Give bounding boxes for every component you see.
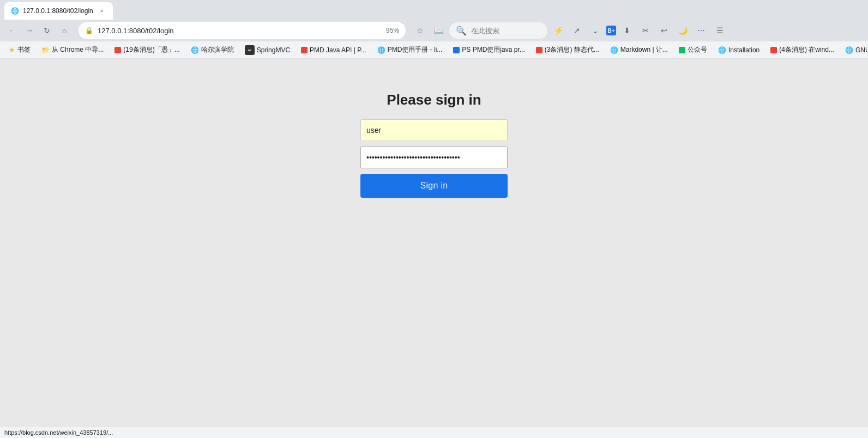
bookmark-label: 书签 — [17, 45, 31, 54]
url-text: 127.0.0.1:8080/t02/login — [98, 27, 382, 35]
bookmark-pmd2[interactable]: 🌐 PMD使用手册 - li... — [373, 44, 447, 56]
bookmark-label: GNU W... — [855, 46, 868, 54]
reading-mode-btn[interactable]: 📖 — [431, 23, 446, 38]
bookmark-csdn2[interactable]: (3条消息) 静态代... — [532, 44, 604, 56]
status-url: https://blog.csdn.net/weixin_43857319/..… — [4, 429, 113, 436]
bookmark-label: 哈尔滨学院 — [201, 45, 234, 54]
springmvc-icon: ∞ — [245, 45, 255, 55]
fav-icon — [770, 47, 777, 53]
browser-toolbar: ← → ↻ ⌂ 🔒 127.0.0.1:8080/t02/login 95% ☆… — [0, 20, 868, 41]
share-btn[interactable]: ↗ — [569, 23, 584, 38]
fav-icon — [114, 47, 121, 53]
fav-icon — [453, 47, 460, 53]
globe-icon: 🌐 — [191, 46, 199, 54]
password-input[interactable] — [360, 147, 508, 168]
star-icon: ★ — [9, 46, 15, 54]
tabs-bar: 🌐 127.0.0.1:8080/t02/login × — [0, 0, 868, 20]
bookmark-springmvc[interactable]: ∞ SpringMVC — [240, 44, 294, 56]
signin-button[interactable]: Sign in — [360, 174, 508, 198]
bookmark-pmd1[interactable]: PMD Java API | P... — [297, 45, 371, 55]
page-title: Please sign in — [387, 92, 481, 108]
bookmark-chrome[interactable]: 📁 从 Chrome 中导... — [37, 44, 108, 56]
globe-icon: 🌐 — [845, 46, 853, 54]
lock-icon: 🔒 — [85, 27, 93, 34]
more-btn[interactable]: ⋯ — [694, 23, 709, 38]
reload-button[interactable]: ↻ — [39, 23, 55, 38]
zoom-level: 95% — [386, 27, 399, 34]
bookmark-label: 公众号 — [688, 45, 707, 54]
menu-btn[interactable]: ☰ — [712, 23, 727, 38]
tab-favicon: 🌐 — [11, 7, 19, 15]
bookmark-star[interactable]: ★ 书签 — [4, 44, 35, 56]
back-button[interactable]: ← — [4, 23, 20, 38]
dropdown-btn[interactable]: ⌄ — [588, 23, 603, 38]
bookmark-label: SpringMVC — [257, 46, 290, 54]
status-bar: https://blog.csdn.net/weixin_43857319/..… — [0, 427, 868, 438]
lightning-btn[interactable]: ⚡ — [551, 23, 566, 38]
tab-title: 127.0.0.1:8080/t02/login — [23, 7, 93, 15]
page-content: Please sign in Sign in — [0, 59, 868, 438]
active-tab[interactable]: 🌐 127.0.0.1:8080/t02/login × — [4, 2, 113, 20]
undo-btn[interactable]: ↩ — [656, 23, 672, 38]
scissors-btn[interactable]: ✂ — [638, 23, 653, 38]
globe-icon: 🌐 — [610, 46, 618, 54]
bookmark-label: PS PMD使用java pr... — [462, 45, 525, 54]
search-input[interactable] — [471, 27, 537, 35]
toolbar-right: ☆ 📖 🔍 ⚡ ↗ ⌄ B+ ⬇ ✂ ↩ 🌙 ⋯ ☰ — [412, 22, 727, 39]
ext-icon-bing[interactable]: B+ — [606, 26, 616, 35]
bookmark-gzh[interactable]: 公众号 — [674, 44, 712, 56]
address-bar[interactable]: 🔒 127.0.0.1:8080/t02/login 95% — [79, 22, 406, 39]
bookmark-installation[interactable]: 🌐 Installation — [714, 45, 764, 55]
browser-chrome: 🌐 127.0.0.1:8080/t02/login × ← → ↻ ⌂ 🔒 1… — [0, 0, 868, 59]
bookmark-gnu[interactable]: 🌐 GNU W... — [841, 45, 868, 55]
bookmark-label: (19条消息)「愚」... — [123, 45, 179, 54]
bookmark-csdn3[interactable]: (4条消息) 在wind... — [766, 44, 839, 56]
login-form: Please sign in Sign in — [360, 92, 508, 198]
bookmark-label: (4条消息) 在wind... — [779, 45, 834, 54]
search-icon: 🔍 — [456, 26, 467, 36]
bookmark-label: Markdown | 让... — [620, 45, 668, 54]
bookmark-markdown[interactable]: 🌐 Markdown | 让... — [606, 44, 672, 56]
folder-icon: 📁 — [41, 46, 50, 54]
bookmark-label: (3条消息) 静态代... — [545, 45, 599, 54]
bookmarks-bar: ★ 书签 📁 从 Chrome 中导... (19条消息)「愚」... 🌐 哈尔… — [0, 41, 868, 59]
fav-icon — [301, 47, 308, 53]
bookmark-pmd3[interactable]: PS PMD使用java pr... — [449, 44, 529, 56]
bookmark-harbin[interactable]: 🌐 哈尔滨学院 — [186, 44, 238, 56]
bookmark-star-btn[interactable]: ☆ — [412, 23, 427, 38]
globe-icon: 🌐 — [718, 46, 726, 54]
fav-icon — [536, 47, 542, 53]
bookmark-label: PMD Java API | P... — [310, 46, 366, 54]
bookmark-csdn[interactable]: (19条消息)「愚」... — [110, 44, 184, 56]
bookmark-label: Installation — [728, 46, 760, 54]
darkmode-btn[interactable]: 🌙 — [675, 23, 690, 38]
fav-icon — [679, 47, 685, 53]
search-bar[interactable]: 🔍 — [449, 22, 547, 39]
username-input[interactable] — [360, 119, 508, 141]
globe-icon: 🌐 — [377, 46, 385, 54]
bookmark-label: PMD使用手册 - li... — [388, 45, 443, 54]
home-button[interactable]: ⌂ — [57, 23, 72, 38]
tab-close-button[interactable]: × — [98, 7, 106, 15]
bookmark-label: 从 Chrome 中导... — [52, 45, 104, 54]
download-btn[interactable]: ⬇ — [619, 23, 635, 38]
forward-button[interactable]: → — [22, 23, 37, 38]
